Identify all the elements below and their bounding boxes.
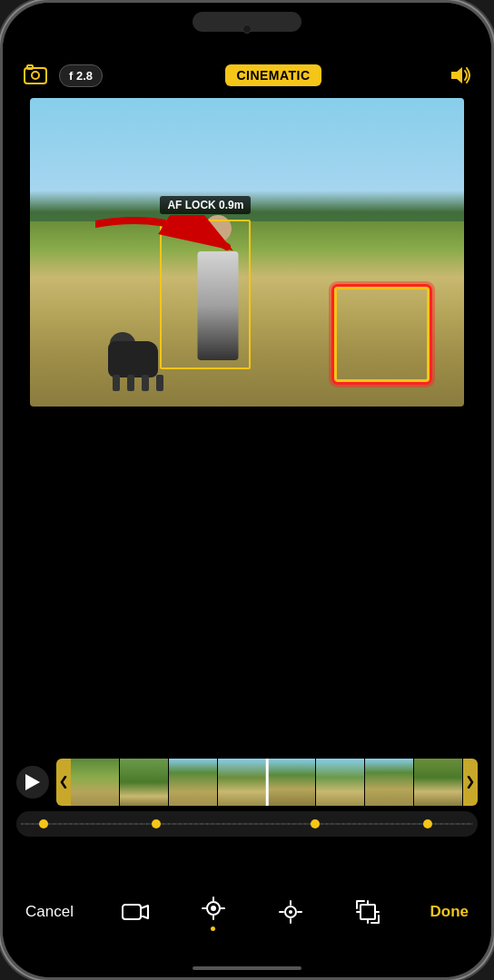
- red-arrow-indicator: [95, 215, 241, 260]
- aperture-badge[interactable]: f 2.8: [59, 64, 103, 87]
- filmstrip-frame: [169, 759, 218, 806]
- video-background: AF LOCK 0.9m: [30, 98, 464, 407]
- focus-dot[interactable]: [152, 819, 161, 828]
- cinematic-badge: CINEMATIC: [225, 64, 321, 86]
- filmstrip-bracket-right[interactable]: [463, 759, 478, 806]
- focus-dot[interactable]: [423, 819, 432, 828]
- cinematic-label: CINEMATIC: [236, 68, 310, 83]
- video-camera-icon: [120, 897, 151, 927]
- focus-track[interactable]: [16, 811, 478, 837]
- focus-box-secondary[interactable]: [334, 287, 430, 382]
- dog-leg: [156, 375, 163, 391]
- top-left-group: f 2.8: [21, 61, 103, 90]
- toolbar-focus-button[interactable]: [275, 897, 306, 927]
- filmstrip-frame: [316, 759, 365, 806]
- svg-rect-7: [123, 905, 141, 919]
- filmstrip-frame: [414, 759, 463, 806]
- playhead[interactable]: [266, 759, 269, 806]
- svg-point-2: [32, 72, 39, 79]
- home-indicator: [193, 966, 301, 970]
- notch: [193, 12, 301, 32]
- focus-point-icon: [275, 897, 306, 927]
- toolbar-transform-button[interactable]: [352, 897, 383, 927]
- done-label: Done: [430, 903, 469, 920]
- timeline-container: [3, 759, 491, 806]
- top-controls-bar: f 2.8 CINEMATIC: [3, 53, 491, 98]
- dog-leg: [113, 375, 120, 391]
- phone-frame: f 2.8 CINEMATIC: [0, 0, 494, 980]
- filmstrip-bracket-left[interactable]: [56, 759, 71, 806]
- camera-icon-button[interactable]: [21, 61, 50, 90]
- svg-marker-8: [141, 906, 148, 918]
- toolbar-active-dot: [211, 926, 215, 931]
- filmstrip-frame: [365, 759, 414, 806]
- dog-leg: [127, 375, 134, 391]
- video-preview[interactable]: AF LOCK 0.9m: [30, 98, 464, 407]
- dog-leg: [142, 375, 149, 391]
- af-lock-label: AF LOCK 0.9m: [160, 196, 251, 214]
- filmstrip-frame: [120, 759, 169, 806]
- dog-legs: [113, 375, 163, 391]
- focus-dot[interactable]: [39, 819, 48, 828]
- filmstrip-frame: [218, 759, 267, 806]
- adjustments-icon: [198, 893, 229, 924]
- filmstrip-track[interactable]: [56, 759, 478, 806]
- toolbar-adjustments-button[interactable]: [198, 893, 229, 931]
- front-camera: [242, 24, 252, 34]
- svg-rect-0: [25, 68, 46, 83]
- bottom-toolbar: Cancel: [3, 882, 491, 941]
- done-button[interactable]: Done: [430, 903, 469, 921]
- cancel-button[interactable]: Cancel: [25, 903, 74, 921]
- aperture-label: f 2.8: [69, 69, 93, 83]
- play-button[interactable]: [16, 766, 49, 799]
- volume-button[interactable]: [444, 61, 473, 90]
- svg-point-14: [211, 906, 216, 911]
- filmstrip-frame: [267, 759, 316, 806]
- focus-track-line: [21, 823, 473, 825]
- toolbar-video-button[interactable]: [120, 897, 151, 927]
- controls-section: [3, 745, 491, 846]
- svg-marker-5: [25, 774, 40, 790]
- svg-marker-3: [451, 67, 462, 83]
- svg-point-16: [289, 910, 292, 914]
- cancel-label: Cancel: [25, 903, 74, 920]
- svg-rect-21: [361, 905, 375, 919]
- phone-screen: f 2.8 CINEMATIC: [3, 3, 491, 977]
- transform-icon: [352, 897, 383, 927]
- focus-dot[interactable]: [311, 819, 320, 828]
- filmstrip-frame: [71, 759, 120, 806]
- dog-body: [108, 341, 158, 377]
